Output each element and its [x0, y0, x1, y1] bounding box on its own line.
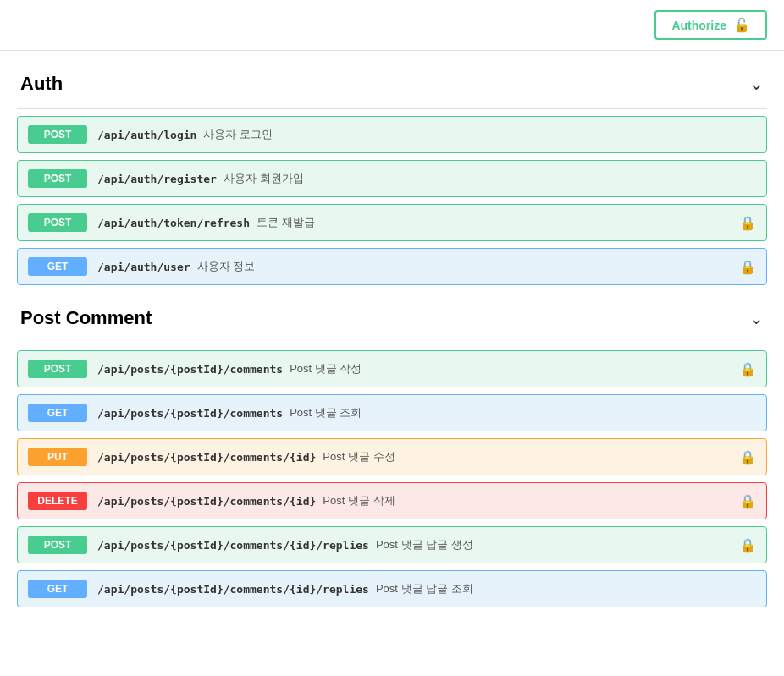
method-badge-delete: DELETE — [28, 492, 87, 510]
api-path: /api/auth/register — [97, 173, 217, 185]
api-description: 토큰 재발급 — [257, 215, 315, 230]
api-path: /api/auth/user — [97, 261, 190, 273]
api-row[interactable]: DELETE/api/posts/{postId}/comments/{id}P… — [17, 482, 767, 519]
api-row[interactable]: GET/api/posts/{postId}/comments/{id}/rep… — [17, 570, 767, 607]
section-post-comment: Post Comment ⌄ POST/api/posts/{postId}/c… — [17, 294, 767, 607]
api-path: /api/auth/token/refresh — [97, 217, 250, 229]
api-list-auth: POST/api/auth/login사용자 로그인POST/api/auth/… — [17, 116, 767, 285]
api-row[interactable]: POST/api/auth/token/refresh토큰 재발급🔒 — [17, 204, 767, 241]
api-description: Post 댓글 수정 — [323, 449, 395, 464]
lock-icon: 🔒 — [739, 215, 756, 231]
api-list-post-comment: POST/api/posts/{postId}/commentsPost 댓글 … — [17, 350, 767, 607]
method-badge-post: POST — [28, 213, 87, 232]
api-row[interactable]: GET/api/posts/{postId}/commentsPost 댓글 조… — [17, 394, 767, 431]
api-description: 사용자 회원가입 — [224, 171, 304, 186]
api-row[interactable]: POST/api/posts/{postId}/commentsPost 댓글 … — [17, 350, 767, 387]
api-path: /api/posts/{postId}/comments/{id}/replie… — [97, 539, 369, 552]
method-badge-post: POST — [28, 360, 87, 378]
api-description: Post 댓글 조회 — [290, 405, 362, 420]
api-row[interactable]: GET/api/auth/user사용자 정보🔒 — [17, 248, 767, 285]
lock-icon: 🔒 — [739, 361, 756, 377]
method-badge-get: GET — [28, 257, 87, 276]
main-content: Auth ⌄ POST/api/auth/login사용자 로그인POST/ap… — [0, 51, 784, 624]
lock-icon: 🔒 — [739, 449, 756, 465]
method-badge-get: GET — [28, 404, 87, 422]
api-description: Post 댓글 답글 생성 — [376, 537, 473, 552]
method-badge-put: PUT — [28, 448, 87, 466]
chevron-down-icon: ⌄ — [749, 308, 764, 328]
section-auth: Auth ⌄ POST/api/auth/login사용자 로그인POST/ap… — [17, 59, 767, 285]
lock-icon: 🔒 — [739, 259, 756, 275]
api-path: /api/posts/{postId}/comments/{id} — [97, 495, 316, 508]
api-row[interactable]: POST/api/auth/register사용자 회원가입 — [17, 160, 767, 197]
lock-icon: 🔒 — [739, 537, 756, 553]
section-header-auth[interactable]: Auth ⌄ — [17, 59, 767, 109]
api-description: Post 댓글 삭제 — [323, 493, 395, 508]
lock-icon: 🔒 — [739, 493, 756, 509]
api-description: Post 댓글 작성 — [290, 361, 362, 376]
api-row[interactable]: PUT/api/posts/{postId}/comments/{id}Post… — [17, 438, 767, 475]
api-description: Post 댓글 답글 조회 — [376, 581, 473, 596]
api-path: /api/posts/{postId}/comments/{id}/replie… — [97, 583, 369, 596]
api-path: /api/posts/{postId}/comments — [97, 407, 283, 420]
method-badge-post: POST — [28, 169, 87, 188]
lock-icon: 🔓 — [733, 17, 750, 33]
api-description: 사용자 로그인 — [203, 127, 273, 142]
method-badge-post: POST — [28, 125, 87, 144]
api-path: /api/posts/{postId}/comments/{id} — [97, 451, 316, 464]
api-row[interactable]: POST/api/auth/login사용자 로그인 — [17, 116, 767, 153]
api-row[interactable]: POST/api/posts/{postId}/comments/{id}/re… — [17, 526, 767, 563]
method-badge-get: GET — [28, 580, 87, 598]
api-path: /api/auth/login — [97, 129, 196, 141]
api-path: /api/posts/{postId}/comments — [97, 363, 283, 376]
chevron-down-icon: ⌄ — [749, 74, 764, 94]
authorize-label: Authorize — [671, 19, 726, 32]
section-title: Post Comment — [20, 307, 152, 329]
api-description: 사용자 정보 — [197, 259, 256, 274]
section-header-post-comment[interactable]: Post Comment ⌄ — [17, 294, 767, 343]
section-title: Auth — [20, 73, 63, 95]
method-badge-post: POST — [28, 536, 87, 554]
authorize-button[interactable]: Authorize 🔓 — [654, 10, 767, 40]
top-bar: Authorize 🔓 — [0, 0, 784, 51]
